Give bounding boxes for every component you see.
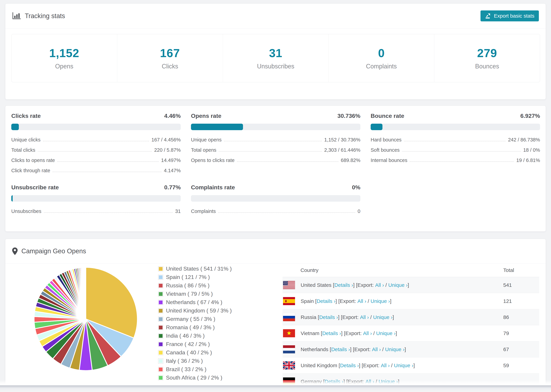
tracking-stats-card: Tracking stats Export basic stats 1,152 … — [5, 3, 546, 99]
bounce-rate-progressbar — [371, 124, 540, 130]
legend-label: Russia ( 86 / 5% ) — [166, 282, 209, 289]
export-all-link[interactable]: All › — [360, 314, 369, 320]
legend-item: Italy ( 36 / 2% ) — [158, 358, 232, 364]
stat-box-opens: 1,152 Opens — [11, 34, 117, 82]
legend-label: Brazil ( 33 / 2% ) — [166, 366, 206, 372]
legend-label: Vietnam ( 79 / 5% ) — [166, 291, 213, 297]
bottom-edge-bar — [0, 385, 551, 392]
dotted-leader — [219, 151, 322, 152]
legend-item: Spain ( 121 / 7% ) — [158, 274, 232, 280]
details-link[interactable]: Details › — [340, 363, 359, 368]
dotted-leader — [402, 151, 521, 152]
legend-swatch — [158, 317, 163, 322]
clicks-label: Clicks — [162, 63, 178, 70]
export-all-link[interactable]: All › — [357, 298, 366, 304]
details-link[interactable]: Details › — [334, 282, 353, 288]
export-all-link[interactable]: All › — [372, 347, 381, 352]
stat-row: Soft bounces18 / 0% — [371, 147, 540, 153]
legend-label: Germany ( 55 / 3% ) — [166, 316, 215, 322]
export-unique-link[interactable]: Unique › — [388, 282, 408, 288]
complaints-rate-value: 0% — [352, 184, 360, 191]
legend-swatch — [158, 308, 163, 313]
legend-item: Vietnam ( 79 / 5% ) — [158, 291, 232, 297]
opens-rate-progressbar — [191, 124, 360, 130]
stat-row: Total clicks220 / 5.87% — [11, 147, 181, 153]
legend-swatch — [158, 342, 163, 347]
opens-rate-title: Opens rate — [191, 112, 221, 119]
legend-label: Spain ( 121 / 7% ) — [166, 274, 210, 280]
country-name: United Kingdom — [301, 363, 337, 368]
details-link[interactable]: Details › — [322, 330, 341, 336]
legend-label: India ( 46 / 3% ) — [166, 333, 205, 339]
pie-legend: United States ( 541 / 31% )Spain ( 121 /… — [158, 266, 232, 383]
pie-slice[interactable] — [85, 267, 86, 319]
legend-item: Romania ( 49 / 3% ) — [158, 324, 232, 331]
export-unique-link[interactable]: Unique › — [385, 347, 404, 352]
export-all-link[interactable]: All › — [363, 330, 372, 336]
bounce-rate-title: Bounce rate — [371, 112, 404, 119]
legend-label: Italy ( 36 / 2% ) — [166, 358, 203, 364]
clicks-rate-fill — [11, 124, 19, 130]
export-unique-link[interactable]: Unique › — [373, 314, 392, 320]
legend-swatch — [158, 350, 163, 355]
bounce-rate-value: 6.927% — [520, 112, 540, 119]
details-link[interactable]: Details › — [317, 298, 335, 304]
country-total: 541 — [503, 282, 512, 288]
legend-item: Russia ( 86 / 5% ) — [158, 282, 232, 289]
legend-label: United States ( 541 / 31% ) — [166, 266, 232, 272]
details-link[interactable]: Details › — [319, 314, 338, 320]
legend-label: United Kingdom ( 59 / 3% ) — [166, 308, 232, 314]
export-all-link[interactable]: All › — [375, 282, 384, 288]
flag-vietnam-icon — [283, 329, 295, 337]
export-unique-link[interactable]: Unique › — [376, 330, 396, 336]
geo-opens-title: Campaign Geo Opens — [21, 247, 86, 255]
export-basic-stats-button[interactable]: Export basic stats — [480, 10, 539, 21]
export-unique-link[interactable]: Unique › — [371, 298, 390, 304]
unsubscribes-count: 31 — [269, 46, 282, 60]
unsubscribe-rate-value: 0.77% — [164, 184, 181, 191]
export-all-link[interactable]: All › — [381, 363, 390, 368]
stat-box-clicks: 167 Clicks — [117, 34, 223, 82]
flag-united-kingdom-icon — [283, 361, 295, 369]
stat-row: Unique clicks167 / 4.456% — [11, 137, 181, 143]
stat-row: Unsubscribes31 — [11, 209, 181, 214]
dotted-leader — [44, 212, 173, 213]
stat-row: Complaints0 — [191, 209, 360, 214]
country-total: 86 — [503, 314, 509, 320]
geo-opens-pie-chart[interactable] — [31, 264, 141, 374]
stat-row: Clicks to opens rate14.497% — [11, 158, 181, 163]
export-unique-link[interactable]: Unique › — [394, 363, 413, 368]
details-link[interactable]: Details › — [331, 347, 350, 352]
stat-box-unsubscribes: 31 Unsubscribes — [223, 34, 329, 82]
legend-swatch — [158, 333, 163, 338]
complaints-count: 0 — [378, 46, 385, 60]
table-row: Spain [Details ›] [Export: All › / Uniqu… — [283, 293, 539, 309]
legend-swatch — [158, 291, 163, 297]
stat-box-bounces: 279 Bounces — [434, 34, 540, 82]
map-pin-icon — [12, 247, 18, 255]
rates-card: Clicks rate 4.46% Unique clicks167 / 4.4… — [5, 105, 546, 231]
dotted-leader — [224, 141, 322, 141]
dotted-leader — [404, 141, 506, 141]
dotted-leader — [57, 161, 159, 162]
stat-row: Opens to clicks rate689.82% — [191, 158, 360, 163]
country-total: 59 — [503, 363, 509, 368]
country-name: Vietnam — [301, 330, 319, 336]
legend-swatch — [158, 266, 163, 271]
complaints-label: Complaints — [366, 63, 397, 70]
stat-row: Unique opens1,152 / 30.736% — [191, 137, 360, 143]
stat-row: Click through rate4.147% — [11, 168, 181, 173]
complaints-rate-panel: Complaints rate 0% Complaints0 — [191, 184, 360, 219]
tracking-stats-header: Tracking stats Export basic stats — [5, 4, 546, 28]
legend-label: Netherlands ( 67 / 4% ) — [166, 299, 222, 305]
complaints-rate-title: Complaints rate — [191, 184, 235, 191]
clicks-rate-panel: Clicks rate 4.46% Unique clicks167 / 4.4… — [11, 112, 181, 178]
bottom-fade-overlay — [0, 380, 551, 385]
flag-russia-icon — [283, 313, 295, 321]
legend-item: United Kingdom ( 59 / 3% ) — [158, 308, 232, 314]
unsubscribes-label: Unsubscribes — [257, 63, 294, 70]
clicks-rate-value: 4.46% — [164, 112, 181, 119]
table-row: United Kingdom [Details ›] [Export: All … — [283, 357, 539, 373]
legend-swatch — [158, 325, 163, 330]
dotted-leader — [218, 212, 355, 213]
